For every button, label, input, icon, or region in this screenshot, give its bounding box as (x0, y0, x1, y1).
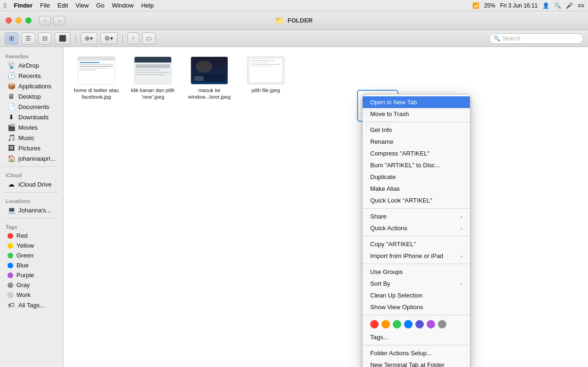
forward-button[interactable]: › (53, 16, 65, 25)
sidebar-item-documents[interactable]: 📄 Documents (2, 102, 61, 112)
ctx-make-alias[interactable]: Make Alias (363, 183, 470, 195)
ctx-color-blue[interactable] (404, 320, 413, 328)
ctx-show-view-options[interactable]: Show View Options (363, 301, 470, 313)
sidebar-item-tag-red[interactable]: Red (2, 231, 61, 241)
main-content: Favorites 📡 AirDrop 🕐 Recents 📦 Applicat… (0, 47, 588, 367)
ctx-open-new-tab[interactable]: Open in New Tab (363, 96, 470, 108)
share-button[interactable]: ↑ (127, 32, 139, 45)
file-thumb-4 (247, 56, 285, 85)
ctx-clean-up[interactable]: Clean Up Selection (363, 289, 470, 301)
sidebar-item-movies[interactable]: 🎬 Movies (2, 122, 61, 133)
file-item-2[interactable]: klik kanan dan pilih 'new'.jpeg (129, 56, 176, 101)
view-columns-button[interactable]: ⊟ (38, 32, 52, 45)
ctx-quick-actions[interactable]: Quick Actions › (363, 222, 470, 234)
sidebar-item-desktop[interactable]: 🖥 Desktop (2, 91, 61, 102)
tag-dot-purple (8, 273, 13, 278)
arrange-button[interactable]: ⊕▾ (80, 32, 97, 45)
sidebar-item-tag-gray[interactable]: Gray (2, 280, 61, 290)
sidebar-item-icloud-drive[interactable]: ☁ iCloud Drive (2, 179, 61, 189)
maximize-button[interactable] (25, 17, 32, 23)
menu-window[interactable]: Window (112, 2, 134, 9)
sidebar-item-recents[interactable]: 🕐 Recents (2, 70, 61, 81)
downloads-icon: ⬇ (8, 113, 15, 121)
ctx-copy-artikel[interactable]: Copy "ARTIKEL" (363, 238, 470, 250)
ctx-rename[interactable]: Rename (363, 136, 470, 148)
toolbar: ⊞ ☰ ⊟ ⬛ ⊕▾ ⚙▾ ↑ ⬭ 🔍 Search (0, 30, 588, 47)
ctx-new-terminal-tab[interactable]: New Terminal Tab at Folder (363, 359, 470, 367)
ctx-compress[interactable]: Compress "ARTIKEL" (363, 148, 470, 159)
tag-dot-yellow (8, 243, 13, 249)
sidebar-item-tag-blue[interactable]: Blue (2, 260, 61, 270)
menu-view[interactable]: View (76, 2, 89, 9)
sidebar-label-recents: Recents (18, 72, 41, 79)
sidebar-item-all-tags[interactable]: 🏷 All Tags... (2, 300, 61, 310)
ctx-color-green[interactable] (393, 320, 401, 328)
file-label-3: masuk ke window...lorer.jpeg (186, 87, 233, 101)
minimize-button[interactable] (16, 17, 22, 23)
close-button[interactable] (6, 17, 12, 23)
menubar-notch: ≡≡ (578, 2, 584, 9)
sidebar: Favorites 📡 AirDrop 🕐 Recents 📦 Applicat… (0, 47, 64, 367)
ctx-burn[interactable]: Burn "ARTIKEL" to Disc... (363, 159, 470, 171)
all-tags-icon: 🏷 (8, 301, 15, 309)
ctx-import-iphone[interactable]: Import from iPhone or iPad › (363, 250, 470, 262)
action-button[interactable]: ⚙▾ (100, 32, 118, 45)
sidebar-divider-2 (4, 192, 59, 193)
sidebar-label-tag-gray: Gray (16, 281, 30, 289)
ctx-quick-look[interactable]: Quick Look "ARTIKEL" (363, 195, 470, 206)
ctx-sep-1 (363, 122, 470, 122)
sidebar-item-home[interactable]: 🏠 johannaapri... (2, 153, 61, 164)
sort-by-chevron-icon: › (461, 281, 462, 287)
tag-dot-gray (8, 282, 13, 288)
ctx-duplicate[interactable]: Duplicate (363, 171, 470, 183)
view-gallery-button[interactable]: ⬛ (55, 32, 71, 45)
view-icon-button[interactable]: ⊞ (5, 32, 18, 45)
sidebar-item-pictures[interactable]: 🖼 Pictures (2, 143, 61, 153)
file-label-1: home di twitter atau facebook.jpg (73, 87, 120, 101)
ctx-sort-by[interactable]: Sort By › (363, 278, 470, 289)
ctx-get-info[interactable]: Get Info (363, 124, 470, 136)
ctx-color-gray[interactable] (438, 320, 446, 328)
file-item-1[interactable]: home di twitter atau facebook.jpg (73, 56, 120, 101)
ctx-folder-actions-setup[interactable]: Folder Actions Setup... (363, 347, 470, 359)
menubar:  Finder File Edit View Go Window Help 📶… (0, 0, 588, 11)
sidebar-item-tag-yellow[interactable]: Yellow (2, 241, 61, 250)
menubar-search[interactable]: 🔍 (554, 2, 561, 9)
sidebar-label-tag-green: Green (16, 252, 33, 259)
sidebar-item-applications[interactable]: 📦 Applications (2, 81, 61, 91)
tag-dot-green (8, 253, 13, 258)
sidebar-item-airdrop[interactable]: 📡 AirDrop (2, 60, 61, 70)
sidebar-item-johanna-loc[interactable]: 💻 Johanna's... (2, 205, 61, 215)
file-item-4[interactable]: pilih file.jpeg (242, 56, 289, 101)
view-list-button[interactable]: ☰ (21, 32, 35, 45)
ctx-move-trash[interactable]: Move to Trash (363, 108, 470, 120)
ctx-color-red[interactable] (370, 320, 379, 328)
menu-edit[interactable]: Edit (57, 2, 68, 9)
file-item-3[interactable]: masuk ke window...lorer.jpeg (186, 56, 233, 101)
ctx-use-groups[interactable]: Use Groups (363, 266, 470, 278)
home-icon: 🏠 (8, 155, 15, 162)
sidebar-label-home: johannaapri... (18, 155, 56, 162)
menubar-siri[interactable]: 🎤 (566, 2, 573, 9)
sidebar-item-tag-purple[interactable]: Purple (2, 270, 61, 280)
icloud-icon: ☁ (8, 180, 15, 188)
context-menu: Open in New Tab Move to Trash Get Info R… (362, 94, 470, 367)
menu-go[interactable]: Go (96, 2, 104, 9)
menu-file[interactable]: File (40, 2, 50, 9)
back-button[interactable]: ‹ (39, 16, 51, 25)
sidebar-item-tag-green[interactable]: Green (2, 250, 61, 260)
ctx-tags-link[interactable]: Tags... (363, 331, 470, 343)
sidebar-item-downloads[interactable]: ⬇ Downloads (2, 112, 61, 122)
sidebar-item-music[interactable]: 🎵 Music (2, 133, 61, 143)
ctx-color-purple[interactable] (427, 320, 435, 328)
search-box[interactable]: 🔍 Search (489, 33, 583, 44)
apple-menu[interactable]:  (4, 1, 6, 9)
tag-button[interactable]: ⬭ (142, 32, 156, 45)
menu-help[interactable]: Help (141, 2, 154, 9)
ctx-color-orange[interactable] (381, 320, 390, 328)
sidebar-item-tag-work[interactable]: Work (2, 290, 61, 300)
ctx-color-indigo[interactable] (415, 320, 424, 328)
ctx-share[interactable]: Share › (363, 211, 470, 222)
menu-finder[interactable]: Finder (14, 2, 32, 9)
titlebar-center: 📁 FOLDER (275, 16, 312, 25)
